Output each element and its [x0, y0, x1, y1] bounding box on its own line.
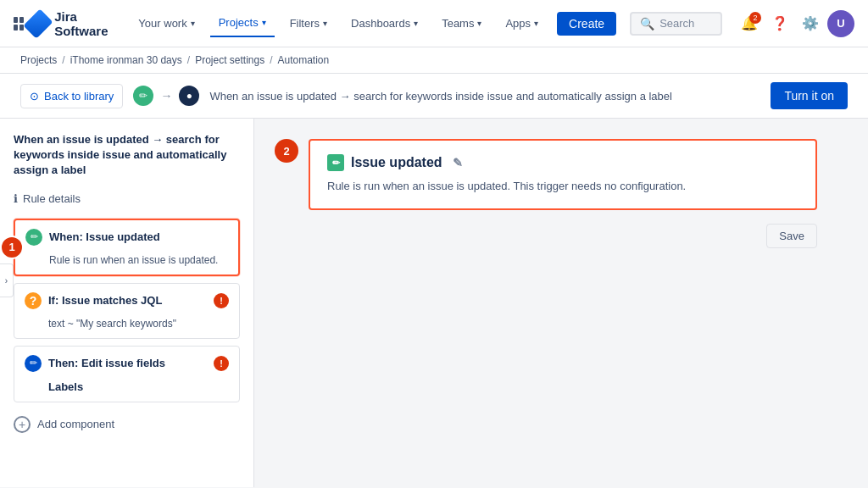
if-component-card[interactable]: ? If: Issue matches JQL ! text ~ "My sea… — [14, 283, 240, 339]
navbar: Jira Software Your work ▾ Projects ▾ Fil… — [0, 0, 868, 47]
create-button[interactable]: Create — [557, 12, 616, 36]
nav-projects[interactable]: Projects ▾ — [210, 9, 275, 37]
arrow-icon: → — [160, 89, 172, 103]
then-component-card[interactable]: ✏ Then: Edit issue fields ! Labels — [14, 346, 240, 402]
turn-on-button[interactable]: Turn it on — [771, 82, 848, 109]
sidebar-toggle[interactable]: › — [0, 263, 14, 297]
content-area: When an issue is updated → search for ke… — [0, 119, 868, 487]
breadcrumb-project-name[interactable]: iThome ironman 30 days — [70, 54, 182, 66]
automation-header: ⊙ Back to library ✏ → ● When an issue is… — [0, 74, 868, 119]
help-button[interactable]: ❓ — [766, 10, 793, 37]
breadcrumb-project-settings[interactable]: Project settings — [195, 54, 264, 66]
trigger-title: ✏ Issue updated ✎ — [327, 154, 798, 171]
app-logo: Jira Software — [14, 9, 116, 38]
rule-description: When an issue is updated → search for ke… — [209, 90, 672, 103]
step-1-badge: 1 — [0, 236, 24, 259]
if-icon: ? — [25, 292, 42, 309]
rule-title: When an issue is updated → search for ke… — [14, 132, 240, 179]
rule-path: ✏ → ● When an issue is updated → search … — [133, 86, 760, 106]
then-component-wrapper: ✏ Then: Edit issue fields ! Labels — [14, 346, 240, 402]
then-icon: ✏ — [25, 355, 42, 372]
nav-teams[interactable]: Teams ▾ — [433, 10, 490, 36]
right-panel: 2 ✏ Issue updated ✎ Rule is run when an … — [254, 119, 868, 487]
breadcrumb-automation: Automation — [278, 54, 330, 66]
chevron-down-icon: ▾ — [323, 19, 327, 28]
chevron-down-icon: ▾ — [534, 19, 538, 28]
left-panel: When an issue is updated → search for ke… — [0, 119, 254, 487]
chevron-down-icon: ▾ — [477, 19, 481, 28]
arrow-left-icon: ⊙ — [30, 90, 39, 103]
add-component-button[interactable]: + Add component — [14, 409, 240, 440]
if-label: If: Issue matches JQL — [48, 294, 162, 307]
then-warning-badge: ! — [214, 356, 229, 371]
grid-icon — [14, 17, 24, 30]
trigger-title-icon: ✏ — [327, 154, 344, 171]
chevron-left-icon: › — [5, 276, 8, 286]
app-name: Jira Software — [54, 9, 116, 38]
chevron-down-icon: ▾ — [414, 19, 418, 28]
nav-apps[interactable]: Apps ▾ — [497, 10, 547, 36]
back-to-library-button[interactable]: ⊙ Back to library — [20, 84, 123, 108]
if-component-wrapper: ? If: Issue matches JQL ! text ~ "My sea… — [14, 283, 240, 339]
gear-icon: ⚙️ — [802, 15, 819, 31]
if-warning-badge: ! — [214, 293, 229, 308]
then-label: Then: Edit issue fields — [48, 357, 165, 369]
jira-diamond-icon — [24, 8, 53, 38]
user-avatar[interactable]: U — [827, 10, 854, 37]
notifications-button[interactable]: 🔔 2 — [736, 10, 763, 37]
then-description: Labels — [14, 380, 239, 402]
breadcrumb: Projects / iThome ironman 30 days / Proj… — [0, 47, 868, 74]
trigger-icon: ✏ — [133, 86, 153, 106]
step-2-badge: 2 — [275, 139, 298, 163]
when-component-card[interactable]: ✏ When: Issue updated Rule is run when a… — [14, 219, 240, 276]
chevron-down-icon: ▾ — [262, 18, 266, 27]
add-circle-icon: + — [14, 416, 31, 433]
info-icon: ℹ — [14, 192, 18, 205]
trigger-description: Rule is run when an issue is updated. Th… — [327, 178, 798, 195]
search-icon: 🔍 — [640, 17, 654, 30]
when-component-wrapper: 1 ✏ When: Issue updated Rule is run when… — [14, 219, 240, 276]
if-jql-text: text ~ "My search keywords" — [14, 318, 239, 338]
when-icon: ✏ — [25, 229, 42, 246]
main-content: › ⊙ Back to library ✏ → ● When an issue … — [0, 74, 868, 487]
edit-icon[interactable]: ✎ — [453, 156, 463, 169]
rule-details-link[interactable]: ℹ Rule details — [14, 189, 240, 208]
nav-dashboards[interactable]: Dashboards ▾ — [342, 10, 426, 36]
breadcrumb-projects[interactable]: Projects — [20, 54, 57, 66]
action-icon: ● — [179, 86, 199, 106]
nav-filters[interactable]: Filters ▾ — [281, 10, 336, 36]
save-button[interactable]: Save — [766, 224, 817, 248]
notification-badge: 2 — [749, 12, 761, 24]
search-placeholder: Search — [659, 17, 694, 30]
when-label: When: Issue updated — [49, 230, 160, 243]
trigger-panel: ✏ Issue updated ✎ Rule is run when an is… — [309, 139, 817, 210]
settings-button[interactable]: ⚙️ — [797, 10, 824, 37]
nav-your-work[interactable]: Your work ▾ — [130, 10, 203, 36]
question-icon: ❓ — [771, 15, 788, 31]
chevron-down-icon: ▾ — [191, 19, 195, 28]
search-bar[interactable]: 🔍 Search — [630, 12, 722, 36]
when-description: Rule is run when an issue is updated. — [15, 254, 238, 274]
